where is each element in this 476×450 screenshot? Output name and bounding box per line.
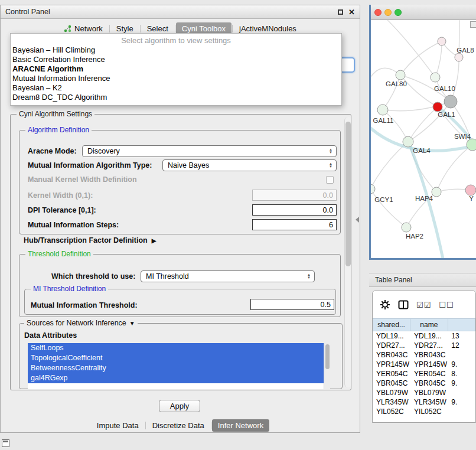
table-cell: YBR045C [410,379,448,387]
which-threshold-combobox[interactable]: MI Threshold ▲▼ [141,270,315,282]
table-column-header[interactable]: shared... [373,319,410,331]
table-cell: YIL052C [373,407,410,416]
float-window-icon[interactable] [338,9,343,15]
algorithm-option[interactable]: Bayesian – Hill Climbing [11,45,341,55]
network-tab-icon [64,25,71,32]
sources-section-header[interactable]: Sources for Network Inference ▼ [24,319,138,327]
table-row[interactable]: YDL19...YDL19...13 [373,331,475,341]
table-cell: YLR345W [373,398,410,406]
network-node[interactable] [402,223,411,232]
settings-scrollbar-thumb[interactable] [345,122,351,266]
manual-kernel-width-checkbox [326,176,334,184]
table-cell: YDL19... [373,332,410,340]
network-node-label: GAL11 [373,117,394,124]
attributes-scrollbar-track [324,343,330,389]
algorithm-dropdown-list: Select algorithm to view settings Bayesi… [10,33,342,106]
select-all-rows-icon[interactable]: ☑☑ [416,301,431,309]
network-node[interactable] [432,187,441,197]
network-canvas[interactable]: GAL8GAL80GAL10GAL11GAL1SWI4GAL4GCY1HAP4Y… [371,20,476,258]
network-node[interactable] [444,95,457,108]
network-node[interactable] [455,53,463,61]
algorithm-option[interactable]: Dream8 DC_TDC Algorithm [11,93,341,102]
table-row[interactable]: YPR145WYPR145W9. [373,360,475,369]
network-node-label: GAL10 [434,85,455,92]
network-graph-svg: GAL8GAL80GAL10GAL11GAL1SWI4GAL4GCY1HAP4Y… [371,20,476,258]
deselect-all-rows-icon[interactable]: ☐☐ [439,301,454,309]
close-traffic-light-button[interactable] [374,9,382,16]
mi-algorithm-type-combobox[interactable]: Naive Bayes ▲▼ [162,159,337,171]
tab-impute-data[interactable]: Impute Data [91,419,145,432]
panel-splitter-handle[interactable] [356,217,359,223]
attributes-scrollbar-thumb[interactable] [325,344,330,369]
algorithm-option[interactable]: Mutual Information Inference [11,74,341,83]
hub-section-label: Hub/Transcription Factor Definition [24,236,148,244]
network-node-label: GAL4 [413,147,431,154]
data-attribute-item[interactable]: BetweennessCentrality [28,363,324,373]
algorithm-option[interactable]: Bayesian – K2 [11,83,341,93]
data-attribute-item[interactable]: gal4RGexp [28,373,324,383]
tab-label: Discretize Data [152,421,204,430]
combobox-value: Discovery [83,147,327,155]
network-node[interactable] [396,70,405,80]
tab-label: Infer Network [218,421,263,430]
table-row[interactable]: YIL052CYIL052C [373,407,475,416]
data-attribute-item[interactable]: SelfLoops [28,343,324,353]
network-node[interactable] [431,73,440,82]
table-panel-window: ☑☑ ☐☐ shared...name YDL19...YDL19...13YD… [372,291,476,423]
data-attribute-item[interactable]: TopologicalCoefficient [28,353,324,363]
network-node-label: Y [469,195,474,202]
combobox-stepper-icon: ▲▼ [327,162,336,168]
zoom-traffic-light-button[interactable] [395,9,402,16]
network-edge [371,189,406,227]
tab-discretize-data[interactable]: Discretize Data [146,419,210,432]
apply-button[interactable]: Apply [159,400,200,412]
table-row[interactable]: YDR27...YDR27...12 [373,341,475,350]
dpi-tolerance-field[interactable] [252,204,337,216]
aracne-mode-combobox[interactable]: Discovery ▲▼ [82,145,337,157]
table-cell: YDR27... [373,341,410,350]
combobox-value: Naive Bayes [163,161,327,169]
column-manager-icon[interactable] [398,300,409,309]
table-row[interactable]: YER054CYER054C8. [373,369,475,379]
desktop: Control Panel ✕ Network Style Select Cyn… [0,0,476,450]
table-toolbar: ☑☑ ☐☐ [373,291,475,318]
table-cell: 9. [448,379,475,387]
tab-separator [145,422,146,429]
network-edge [408,107,438,142]
table-row[interactable]: YLR345WYLR345W9. [373,397,475,407]
birdseye-toggle-icon[interactable] [470,21,476,28]
table-column-header[interactable] [448,319,475,331]
table-column-header[interactable]: name [410,319,448,331]
tab-infer-network[interactable]: Infer Network [212,419,269,432]
network-node-label: GCY1 [374,196,393,203]
hub-transcription-factor-section[interactable]: Hub/Transcription Factor Definition ▶ [24,236,156,244]
table-row[interactable]: YBR045CYBR045C9. [373,379,475,388]
network-node[interactable] [438,37,446,45]
table-row[interactable]: YBR043CYBR043C [373,350,475,360]
algorithm-option[interactable]: Basic Correlation Inference [11,55,341,64]
network-node[interactable] [403,136,413,147]
mi-steps-field[interactable] [252,219,337,230]
algorithm-dropdown-placeholder: Select algorithm to view settings [11,35,341,45]
gear-icon[interactable] [380,299,390,310]
network-node[interactable] [371,184,375,194]
minimize-traffic-light-button[interactable] [384,9,392,16]
tab-separator [140,25,141,32]
kernel-width-field [252,190,337,201]
combobox-value: MI Threshold [141,272,305,281]
table-cell: 13 [448,332,475,340]
table-cell: YDR27... [410,341,448,350]
network-node[interactable] [467,139,476,151]
algorithm-option[interactable]: ARACNE Algorithm [11,64,341,74]
close-window-icon[interactable]: ✕ [348,8,355,16]
restore-panel-icon[interactable] [2,439,9,447]
network-node[interactable] [465,185,476,195]
table-body: YDL19...YDL19...13YDR27...YDR27...12YBR0… [373,331,475,416]
network-view-window: GAL8GAL80GAL10GAL11GAL1SWI4GAL4GCY1HAP4Y… [369,5,476,260]
table-row[interactable]: YBL079WYBL079W [373,388,475,397]
mi-threshold-field[interactable] [250,299,334,310]
network-node[interactable] [377,105,388,115]
table-cell: 12 [448,341,475,350]
tab-separator [232,25,233,32]
network-node[interactable] [433,102,442,112]
